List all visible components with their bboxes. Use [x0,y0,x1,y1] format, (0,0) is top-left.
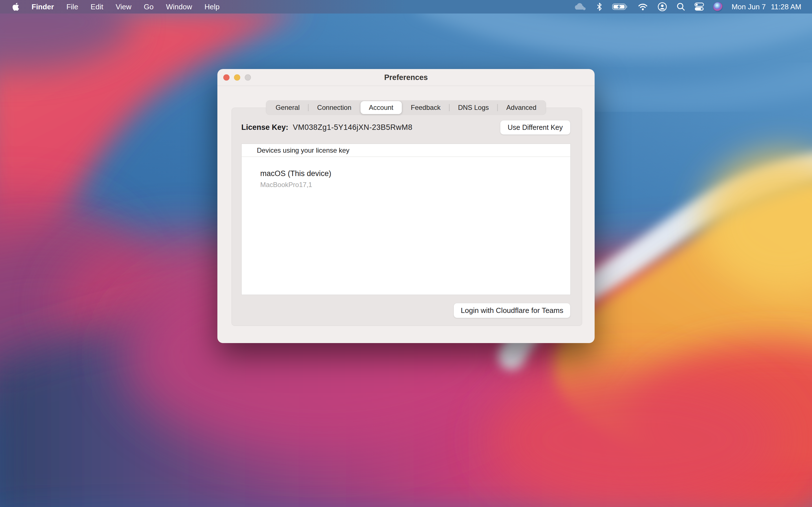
account-tab-panel: License Key: VM038Zg1-5Y146jXN-23B5RwM8 … [232,108,582,326]
menu-bar: Finder File Edit View Go Window Help [0,0,812,13]
battery-charging-icon[interactable] [612,3,628,11]
bluetooth-icon[interactable] [596,3,603,11]
preferences-window: Preferences General Connection Account F… [217,69,595,343]
menu-item-finder[interactable]: Finder [32,3,54,11]
use-different-key-button[interactable]: Use Different Key [500,120,570,135]
window-title: Preferences [217,69,595,86]
license-key-row: License Key: VM038Zg1-5Y146jXN-23B5RwM8 … [241,120,570,134]
spotlight-search-icon[interactable] [676,2,686,11]
device-row[interactable]: macOS (This device) MacBookPro17,1 [242,157,570,189]
menu-item-help[interactable]: Help [204,3,219,11]
tab-account[interactable]: Account [360,101,402,114]
menu-bar-left: Finder File Edit View Go Window Help [0,3,220,11]
tab-dns-logs[interactable]: DNS Logs [449,101,497,114]
tab-advanced[interactable]: Advanced [498,101,545,114]
license-key-value: VM038Zg1-5Y146jXN-23B5RwM8 [293,123,412,132]
menu-item-file[interactable]: File [66,3,78,11]
device-name: macOS (This device) [260,169,570,178]
control-center-icon[interactable] [695,3,704,11]
wifi-icon[interactable] [638,3,648,11]
siri-icon[interactable] [713,2,723,11]
login-cloudflare-teams-button[interactable]: Login with Cloudflare for Teams [454,303,570,318]
tab-feedback[interactable]: Feedback [402,101,449,114]
devices-list-box: Devices using your license key macOS (Th… [241,144,571,295]
menu-bar-status: Mon Jun 7 11:28 AM [573,2,812,12]
login-row: Login with Cloudflare for Teams [454,303,570,318]
menu-item-edit[interactable]: Edit [91,3,103,11]
license-key-label: License Key: [241,123,289,132]
menu-time[interactable]: 11:28 AM [771,3,801,11]
menu-item-go[interactable]: Go [144,3,154,11]
tab-connection[interactable]: Connection [309,101,360,114]
cloudflare-warp-icon[interactable] [573,3,587,11]
menu-item-window[interactable]: Window [166,3,192,11]
menu-date[interactable]: Mon Jun 7 [732,3,766,11]
tab-general[interactable]: General [267,101,308,114]
device-model: MacBookPro17,1 [260,181,570,189]
user-account-icon[interactable] [657,2,667,12]
desktop: Finder File Edit View Go Window Help [0,0,812,507]
tab-bar: General Connection Account Feedback DNS … [266,100,546,115]
menu-item-view[interactable]: View [116,3,132,11]
window-titlebar[interactable]: Preferences [217,69,595,86]
devices-list-header: Devices using your license key [242,144,570,157]
apple-menu-icon[interactable] [12,3,19,11]
